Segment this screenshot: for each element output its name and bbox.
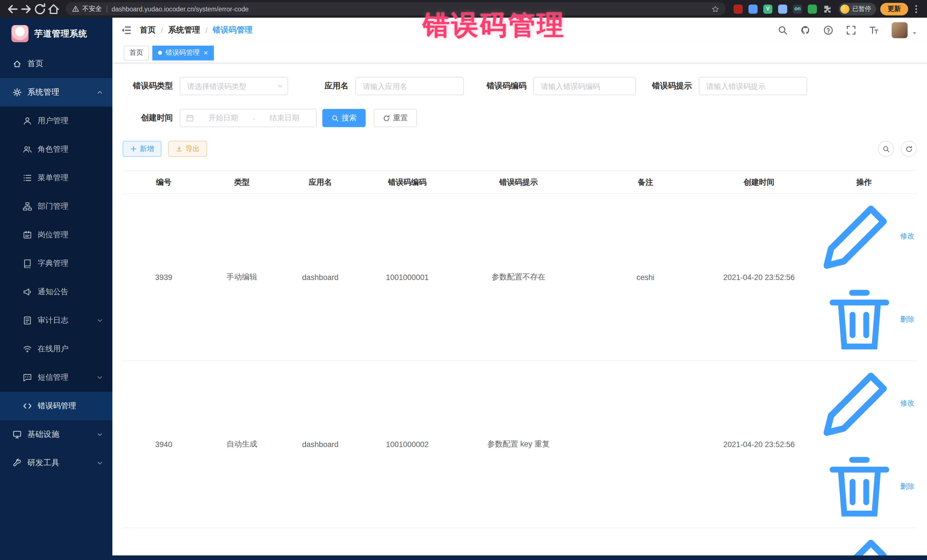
sidebar-item-2[interactable]: 用户管理 [0, 107, 112, 135]
extension-vue-devtools-icon[interactable]: V [763, 4, 772, 14]
cell-remark [584, 361, 707, 528]
column-header: 应用名 [279, 171, 362, 194]
tab-label: 错误码管理 [166, 48, 200, 58]
browser-menu-icon[interactable] [911, 4, 921, 14]
app-logo[interactable]: 芋道管理系统 [0, 18, 112, 50]
sidebar-item-13[interactable]: 基础设施 [0, 420, 112, 449]
extension-drop-icon[interactable] [748, 4, 758, 14]
header-actions [765, 22, 918, 38]
font-size-icon[interactable] [869, 25, 879, 35]
delete-link[interactable]: 删除 [820, 281, 915, 359]
online-user-icon [23, 344, 32, 354]
sidebar-item-label: 部门管理 [38, 201, 112, 212]
cell-remark [584, 528, 707, 555]
sidebar-item-10[interactable]: 在线用户 [0, 335, 112, 363]
refresh-icon [383, 114, 390, 122]
back-icon[interactable] [6, 2, 20, 16]
profile-badge-label: 已暂停 [852, 5, 871, 13]
users-icon [23, 145, 32, 154]
search-icon[interactable] [778, 25, 788, 35]
address-bar[interactable]: 不安全 dashboard.yudao.iocoder.cn/system/er… [65, 2, 726, 15]
filter-row-2: 创建时间 开始日期 - 结束日期 搜索 重置 [123, 109, 917, 127]
delete-link[interactable]: 删除 [820, 448, 915, 526]
sidebar-item-label: 首页 [27, 59, 112, 69]
sidebar-item-12[interactable]: 错误码管理 [0, 392, 112, 420]
cell-id: 3940 [123, 361, 205, 528]
github-icon[interactable] [800, 25, 811, 35]
sidebar-item-14[interactable]: 研发工具 [0, 449, 112, 477]
sidebar-item-7[interactable]: 字典管理 [0, 249, 112, 278]
sidebar-item-0[interactable]: 首页 [0, 50, 112, 78]
sidebar: 芋道管理系统 首页系统管理用户管理角色管理菜单管理部门管理岗位管理字典管理通知公… [0, 18, 112, 560]
app-name-input[interactable] [356, 77, 464, 95]
user-avatar[interactable] [892, 22, 907, 38]
home-icon[interactable] [47, 2, 61, 16]
sidebar-item-4[interactable]: 菜单管理 [0, 164, 112, 192]
breadcrumb-item: 错误码管理 [213, 25, 253, 35]
sidebar-item-1[interactable]: 系统管理 [0, 78, 112, 107]
sidebar-item-9[interactable]: 审计日志 [0, 306, 112, 335]
extension-leaf-icon[interactable] [808, 4, 817, 14]
bookmark-star-icon[interactable] [711, 5, 719, 13]
filter-row-1: 错误码类型 应用名 错误码编码 错误码提示 [123, 77, 917, 95]
chevron-down-icon [96, 374, 103, 381]
sidebar-item-label: 菜单管理 [38, 173, 112, 183]
column-header: 类型 [205, 171, 279, 194]
edit-link[interactable]: 修改 [813, 361, 915, 446]
cell-time: 2021-04-20 23:52:56 [707, 361, 811, 528]
column-header: 备注 [584, 171, 707, 194]
sidebar-item-label: 错误码管理 [38, 401, 112, 411]
error-code-input[interactable] [533, 77, 636, 95]
profile-avatar [840, 4, 849, 14]
add-button[interactable]: 新增 [123, 141, 161, 157]
date-range-picker[interactable]: 开始日期 - 结束日期 [180, 109, 317, 127]
forward-icon[interactable] [20, 2, 33, 16]
sidebar-item-5[interactable]: 部门管理 [0, 192, 112, 221]
update-button[interactable]: 更新 [880, 3, 908, 15]
column-header: 编号 [123, 171, 205, 194]
home-icon [12, 59, 22, 68]
sidebar-item-11[interactable]: 短信管理 [0, 363, 112, 392]
breadcrumb-item[interactable]: 系统管理 [168, 25, 200, 35]
sidebar-item-3[interactable]: 角色管理 [0, 135, 112, 164]
tab-0[interactable]: 首页 [124, 46, 149, 60]
help-icon[interactable] [823, 25, 833, 35]
sidebar-item-6[interactable]: 岗位管理 [0, 221, 112, 249]
chevron-up-icon [96, 89, 103, 96]
refresh-table-button[interactable] [901, 141, 917, 157]
browser-toolbar: 不安全 dashboard.yudao.iocoder.cn/system/er… [0, 0, 927, 18]
extensions-area: Von [731, 4, 834, 14]
cell-type: 自动生成 [205, 528, 279, 555]
reload-icon[interactable] [33, 2, 47, 16]
cell-msg: 参数配置 key 重复 [453, 361, 584, 528]
extension-grid-icon[interactable] [778, 4, 787, 14]
filter-label: 错误码提示 [652, 81, 692, 91]
dev-tools-icon [12, 458, 22, 467]
edit-link[interactable]: 修改 [813, 528, 915, 555]
avatar-caret-icon[interactable] [911, 30, 918, 36]
range-separator: - [253, 114, 255, 122]
tab-label: 首页 [129, 48, 143, 58]
cell-remark: ceshi [584, 194, 707, 361]
extension-adblock-icon[interactable] [734, 4, 743, 14]
screen: 不安全 dashboard.yudao.iocoder.cn/system/er… [0, 0, 927, 560]
toggle-search-button[interactable] [878, 141, 894, 157]
end-date-placeholder: 结束日期 [258, 113, 310, 123]
reset-button[interactable]: 重置 [374, 109, 417, 127]
filter-label: 应用名 [325, 81, 348, 91]
search-button[interactable]: 搜索 [322, 109, 366, 127]
error-type-select[interactable] [180, 77, 288, 95]
gear-icon [12, 88, 22, 97]
fullscreen-icon[interactable] [846, 25, 856, 35]
export-button[interactable]: 导出 [168, 141, 207, 157]
error-message-input[interactable] [699, 77, 807, 95]
extension-puzzle-icon[interactable] [823, 4, 832, 14]
edit-link[interactable]: 修改 [813, 194, 915, 279]
extension-switch-icon[interactable]: on [793, 4, 802, 14]
breadcrumb-item[interactable]: 首页 [140, 25, 156, 35]
tab-1[interactable]: 错误码管理× [152, 46, 214, 60]
profile-chip[interactable]: 已暂停 [839, 3, 876, 15]
close-icon[interactable]: × [204, 49, 208, 56]
hamburger-icon[interactable] [120, 24, 132, 36]
sidebar-item-8[interactable]: 通知公告 [0, 278, 112, 306]
